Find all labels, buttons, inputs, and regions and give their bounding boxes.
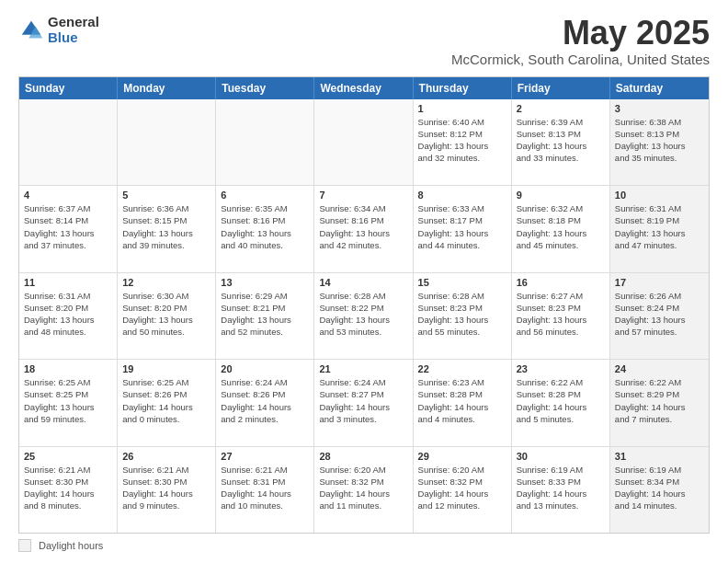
day-info: Sunrise: 6:24 AM Sunset: 8:27 PM Dayligh… xyxy=(319,376,407,425)
calendar-row: 1Sunrise: 6:40 AM Sunset: 8:12 PM Daylig… xyxy=(19,99,709,186)
day-number: 2 xyxy=(517,103,605,114)
day-info: Sunrise: 6:33 AM Sunset: 8:17 PM Dayligh… xyxy=(418,202,506,251)
main-title: May 2025 xyxy=(451,15,710,52)
calendar-cell: 30Sunrise: 6:19 AM Sunset: 8:33 PM Dayli… xyxy=(512,447,610,533)
day-number: 31 xyxy=(615,451,704,462)
day-number: 27 xyxy=(221,451,309,462)
calendar-header-cell: Saturday xyxy=(610,77,709,99)
calendar-cell: 1Sunrise: 6:40 AM Sunset: 8:12 PM Daylig… xyxy=(414,99,512,185)
day-number: 20 xyxy=(221,363,309,374)
subtitle: McCormick, South Carolina, United States xyxy=(451,52,710,67)
day-number: 28 xyxy=(319,451,407,462)
calendar-cell: 26Sunrise: 6:21 AM Sunset: 8:30 PM Dayli… xyxy=(118,447,216,533)
logo-icon xyxy=(18,17,44,43)
calendar-cell: 11Sunrise: 6:31 AM Sunset: 8:20 PM Dayli… xyxy=(19,273,118,359)
calendar-cell: 22Sunrise: 6:23 AM Sunset: 8:28 PM Dayli… xyxy=(414,360,512,445)
calendar-header: SundayMondayTuesdayWednesdayThursdayFrid… xyxy=(19,77,709,99)
day-number: 23 xyxy=(517,363,605,374)
day-number: 25 xyxy=(24,451,112,462)
day-info: Sunrise: 6:27 AM Sunset: 8:23 PM Dayligh… xyxy=(517,290,605,339)
day-info: Sunrise: 6:37 AM Sunset: 8:14 PM Dayligh… xyxy=(24,202,112,251)
day-info: Sunrise: 6:25 AM Sunset: 8:26 PM Dayligh… xyxy=(122,376,210,425)
header: General Blue May 2025 McCormick, South C… xyxy=(18,15,710,67)
logo-general-text: General xyxy=(48,15,99,30)
calendar-cell: 12Sunrise: 6:30 AM Sunset: 8:20 PM Dayli… xyxy=(118,273,216,359)
day-info: Sunrise: 6:36 AM Sunset: 8:15 PM Dayligh… xyxy=(122,202,210,251)
day-info: Sunrise: 6:35 AM Sunset: 8:16 PM Dayligh… xyxy=(221,202,309,251)
calendar-header-cell: Wednesday xyxy=(314,77,413,99)
day-number: 9 xyxy=(517,190,605,201)
day-info: Sunrise: 6:26 AM Sunset: 8:24 PM Dayligh… xyxy=(615,290,704,339)
day-info: Sunrise: 6:21 AM Sunset: 8:30 PM Dayligh… xyxy=(122,464,210,512)
calendar-cell: 7Sunrise: 6:34 AM Sunset: 8:16 PM Daylig… xyxy=(314,186,413,271)
day-info: Sunrise: 6:31 AM Sunset: 8:20 PM Dayligh… xyxy=(24,290,112,339)
calendar-cell: 29Sunrise: 6:20 AM Sunset: 8:32 PM Dayli… xyxy=(414,447,512,533)
day-number: 6 xyxy=(221,190,309,201)
day-number: 5 xyxy=(122,190,210,201)
day-number: 17 xyxy=(615,277,704,288)
day-number: 15 xyxy=(418,277,506,288)
calendar-cell: 19Sunrise: 6:25 AM Sunset: 8:26 PM Dayli… xyxy=(118,360,216,445)
day-number: 16 xyxy=(517,277,605,288)
calendar-row: 11Sunrise: 6:31 AM Sunset: 8:20 PM Dayli… xyxy=(19,273,709,360)
calendar-cell: 20Sunrise: 6:24 AM Sunset: 8:26 PM Dayli… xyxy=(216,360,314,445)
day-number: 19 xyxy=(122,363,210,374)
calendar-cell: 2Sunrise: 6:39 AM Sunset: 8:13 PM Daylig… xyxy=(512,99,610,185)
calendar-cell: 28Sunrise: 6:20 AM Sunset: 8:32 PM Dayli… xyxy=(314,447,413,533)
day-info: Sunrise: 6:39 AM Sunset: 8:13 PM Dayligh… xyxy=(517,116,605,165)
day-number: 4 xyxy=(24,190,112,201)
calendar-cell: 18Sunrise: 6:25 AM Sunset: 8:25 PM Dayli… xyxy=(19,360,118,445)
calendar-header-cell: Thursday xyxy=(414,77,512,99)
calendar-cell: 6Sunrise: 6:35 AM Sunset: 8:16 PM Daylig… xyxy=(216,186,314,271)
day-info: Sunrise: 6:24 AM Sunset: 8:26 PM Dayligh… xyxy=(221,376,309,425)
calendar-header-cell: Monday xyxy=(118,77,216,99)
day-info: Sunrise: 6:20 AM Sunset: 8:32 PM Dayligh… xyxy=(319,464,407,512)
calendar-row: 4Sunrise: 6:37 AM Sunset: 8:14 PM Daylig… xyxy=(19,186,709,272)
day-number: 12 xyxy=(122,277,210,288)
day-info: Sunrise: 6:22 AM Sunset: 8:29 PM Dayligh… xyxy=(615,376,704,425)
calendar-cell: 31Sunrise: 6:19 AM Sunset: 8:34 PM Dayli… xyxy=(610,447,709,533)
day-number: 11 xyxy=(24,277,112,288)
logo-blue-text: Blue xyxy=(48,30,99,46)
calendar-header-cell: Sunday xyxy=(19,77,118,99)
day-number: 24 xyxy=(615,363,704,374)
calendar-cell xyxy=(118,99,216,185)
calendar-row: 25Sunrise: 6:21 AM Sunset: 8:30 PM Dayli… xyxy=(19,447,709,533)
day-number: 26 xyxy=(122,451,210,462)
calendar-cell: 4Sunrise: 6:37 AM Sunset: 8:14 PM Daylig… xyxy=(19,186,118,271)
day-number: 18 xyxy=(24,363,112,374)
day-info: Sunrise: 6:22 AM Sunset: 8:28 PM Dayligh… xyxy=(517,376,605,425)
day-number: 14 xyxy=(319,277,407,288)
calendar-cell: 3Sunrise: 6:38 AM Sunset: 8:13 PM Daylig… xyxy=(610,99,709,185)
day-number: 1 xyxy=(418,103,506,114)
day-number: 30 xyxy=(517,451,605,462)
calendar-header-cell: Tuesday xyxy=(216,77,314,99)
legend-box xyxy=(18,539,31,552)
title-block: May 2025 McCormick, South Carolina, Unit… xyxy=(451,15,710,67)
calendar-cell: 9Sunrise: 6:32 AM Sunset: 8:18 PM Daylig… xyxy=(512,186,610,271)
day-number: 13 xyxy=(221,277,309,288)
day-number: 29 xyxy=(418,451,506,462)
day-number: 10 xyxy=(615,190,704,201)
calendar-cell: 17Sunrise: 6:26 AM Sunset: 8:24 PM Dayli… xyxy=(610,273,709,359)
logo-text: General Blue xyxy=(48,15,99,45)
calendar-cell: 14Sunrise: 6:28 AM Sunset: 8:22 PM Dayli… xyxy=(314,273,413,359)
day-info: Sunrise: 6:19 AM Sunset: 8:33 PM Dayligh… xyxy=(517,464,605,512)
day-info: Sunrise: 6:20 AM Sunset: 8:32 PM Dayligh… xyxy=(418,464,506,512)
calendar-cell: 27Sunrise: 6:21 AM Sunset: 8:31 PM Dayli… xyxy=(216,447,314,533)
calendar-cell: 8Sunrise: 6:33 AM Sunset: 8:17 PM Daylig… xyxy=(414,186,512,271)
day-number: 21 xyxy=(319,363,407,374)
calendar-cell xyxy=(314,99,413,185)
calendar-cell: 10Sunrise: 6:31 AM Sunset: 8:19 PM Dayli… xyxy=(610,186,709,271)
day-number: 22 xyxy=(418,363,506,374)
calendar-body: 1Sunrise: 6:40 AM Sunset: 8:12 PM Daylig… xyxy=(19,99,709,533)
day-info: Sunrise: 6:38 AM Sunset: 8:13 PM Dayligh… xyxy=(615,116,704,165)
calendar-cell: 24Sunrise: 6:22 AM Sunset: 8:29 PM Dayli… xyxy=(610,360,709,445)
calendar-header-cell: Friday xyxy=(512,77,610,99)
day-info: Sunrise: 6:29 AM Sunset: 8:21 PM Dayligh… xyxy=(221,290,309,339)
calendar-cell: 21Sunrise: 6:24 AM Sunset: 8:27 PM Dayli… xyxy=(314,360,413,445)
day-info: Sunrise: 6:19 AM Sunset: 8:34 PM Dayligh… xyxy=(615,464,704,512)
logo: General Blue xyxy=(18,15,99,45)
day-number: 3 xyxy=(615,103,704,114)
calendar-cell: 13Sunrise: 6:29 AM Sunset: 8:21 PM Dayli… xyxy=(216,273,314,359)
